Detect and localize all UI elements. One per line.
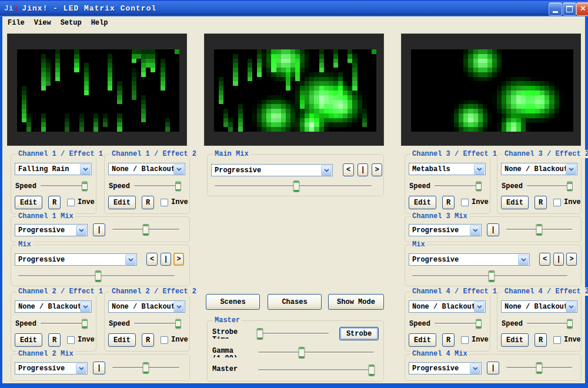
- slider-thumb[interactable]: [536, 224, 543, 236]
- dropdown-arrow-icon[interactable]: [470, 225, 480, 236]
- slider-thumb[interactable]: [567, 182, 573, 192]
- slider-thumb[interactable]: [175, 319, 181, 329]
- mix-select[interactable]: Progressive: [15, 253, 137, 266]
- edit-button[interactable]: Edit: [409, 196, 436, 209]
- speed-slider[interactable]: [39, 180, 89, 192]
- speed-slider[interactable]: [433, 180, 483, 192]
- slider-thumb[interactable]: [143, 224, 149, 236]
- slider-thumb[interactable]: [256, 328, 263, 340]
- speed-slider[interactable]: [133, 318, 182, 330]
- edit-button[interactable]: Edit: [108, 333, 136, 347]
- random-button[interactable]: R: [442, 196, 455, 209]
- dropdown-arrow-icon[interactable]: [76, 363, 86, 374]
- slider-thumb[interactable]: [175, 182, 181, 192]
- effect-select[interactable]: None / Blackout: [501, 163, 577, 175]
- effect-select[interactable]: None / Blackout: [108, 163, 185, 175]
- edit-button[interactable]: Edit: [15, 333, 42, 347]
- invert-checkbox[interactable]: [461, 199, 469, 206]
- mix-slider[interactable]: [111, 223, 181, 236]
- dropdown-arrow-icon[interactable]: [80, 164, 91, 175]
- dropdown-arrow-icon[interactable]: [173, 164, 184, 175]
- speed-slider[interactable]: [526, 318, 574, 330]
- dropdown-arrow-icon[interactable]: [76, 225, 86, 236]
- next-button[interactable]: >: [566, 253, 577, 266]
- mix-select[interactable]: Progressive: [15, 224, 88, 236]
- prev-button[interactable]: <: [539, 253, 550, 266]
- dropdown-arrow-icon[interactable]: [125, 255, 136, 265]
- random-button[interactable]: R: [48, 196, 61, 209]
- mix-slider[interactable]: [505, 223, 573, 236]
- effect-select[interactable]: Metaballs: [409, 163, 486, 175]
- prev-button[interactable]: <: [146, 253, 158, 266]
- invert-checkbox[interactable]: [161, 199, 168, 206]
- speed-slider[interactable]: [133, 180, 182, 192]
- dropdown-arrow-icon[interactable]: [566, 164, 576, 175]
- edit-button[interactable]: Edit: [501, 333, 529, 347]
- pause-button[interactable]: |: [487, 362, 499, 374]
- dropdown-arrow-icon[interactable]: [80, 302, 91, 312]
- effect-select[interactable]: Falling Rain: [15, 163, 92, 175]
- pause-button[interactable]: |: [487, 223, 499, 236]
- strobe-button[interactable]: Strobe: [339, 327, 379, 340]
- dropdown-arrow-icon[interactable]: [173, 302, 184, 312]
- slider-thumb[interactable]: [567, 319, 573, 329]
- mix-slider[interactable]: [411, 270, 569, 283]
- mix-slider[interactable]: [111, 362, 181, 374]
- pause-button[interactable]: |: [358, 163, 368, 176]
- effect-select[interactable]: None / Blackout: [409, 300, 486, 313]
- next-button[interactable]: >: [173, 253, 184, 266]
- gamma-slider[interactable]: [257, 346, 375, 359]
- slider-thumb[interactable]: [536, 362, 543, 374]
- random-button[interactable]: R: [142, 196, 154, 209]
- edit-button[interactable]: Edit: [409, 333, 436, 347]
- slider-thumb[interactable]: [143, 362, 149, 374]
- edit-button[interactable]: Edit: [501, 196, 529, 209]
- next-button[interactable]: >: [372, 163, 382, 176]
- pause-button[interactable]: |: [93, 362, 105, 374]
- dropdown-arrow-icon[interactable]: [566, 302, 576, 312]
- strobe-slider[interactable]: [257, 327, 330, 340]
- mix-slider[interactable]: [17, 270, 176, 283]
- menu-file[interactable]: File: [8, 19, 25, 27]
- main-mix-slider[interactable]: [213, 180, 373, 192]
- dropdown-arrow-icon[interactable]: [518, 255, 529, 265]
- slider-thumb[interactable]: [488, 270, 495, 282]
- invert-checkbox[interactable]: [553, 336, 561, 344]
- pause-button[interactable]: |: [93, 223, 105, 236]
- dropdown-arrow-icon[interactable]: [470, 363, 480, 374]
- effect-select[interactable]: None / Blackout: [15, 300, 92, 313]
- close-button[interactable]: ×: [576, 2, 588, 16]
- dropdown-arrow-icon[interactable]: [474, 302, 485, 312]
- invert-checkbox[interactable]: [461, 336, 469, 344]
- slider-thumb[interactable]: [293, 180, 299, 192]
- speed-slider[interactable]: [526, 180, 574, 192]
- main-mix-select[interactable]: Progressive: [211, 164, 333, 176]
- speed-slider[interactable]: [433, 318, 483, 330]
- mix-select[interactable]: Progressive: [409, 224, 482, 236]
- maximize-button[interactable]: [563, 2, 576, 16]
- mix-select[interactable]: Progressive: [15, 362, 88, 374]
- slider-thumb[interactable]: [82, 182, 88, 192]
- pause-button[interactable]: |: [553, 253, 564, 266]
- slider-thumb[interactable]: [368, 364, 375, 376]
- effect-select[interactable]: None / Blackout: [501, 300, 577, 313]
- slider-thumb[interactable]: [82, 319, 88, 329]
- slider-thumb[interactable]: [476, 319, 482, 329]
- chases-button[interactable]: Chases: [268, 294, 322, 310]
- menu-help[interactable]: Help: [91, 19, 108, 27]
- slider-thumb[interactable]: [95, 270, 101, 282]
- random-button[interactable]: R: [142, 333, 154, 347]
- random-button[interactable]: R: [534, 196, 547, 209]
- random-button[interactable]: R: [534, 333, 547, 347]
- mix-select[interactable]: Progressive: [409, 253, 530, 266]
- dropdown-arrow-icon[interactable]: [321, 165, 332, 176]
- invert-checkbox[interactable]: [67, 199, 75, 206]
- invert-checkbox[interactable]: [161, 336, 168, 344]
- menu-setup[interactable]: Setup: [61, 19, 82, 27]
- edit-button[interactable]: Edit: [15, 196, 42, 209]
- prev-button[interactable]: <: [343, 163, 354, 176]
- effect-select[interactable]: None / Blackout: [108, 300, 185, 313]
- show-mode-button[interactable]: Show Mode: [328, 294, 384, 310]
- edit-button[interactable]: Edit: [108, 196, 136, 209]
- slider-thumb[interactable]: [299, 347, 305, 359]
